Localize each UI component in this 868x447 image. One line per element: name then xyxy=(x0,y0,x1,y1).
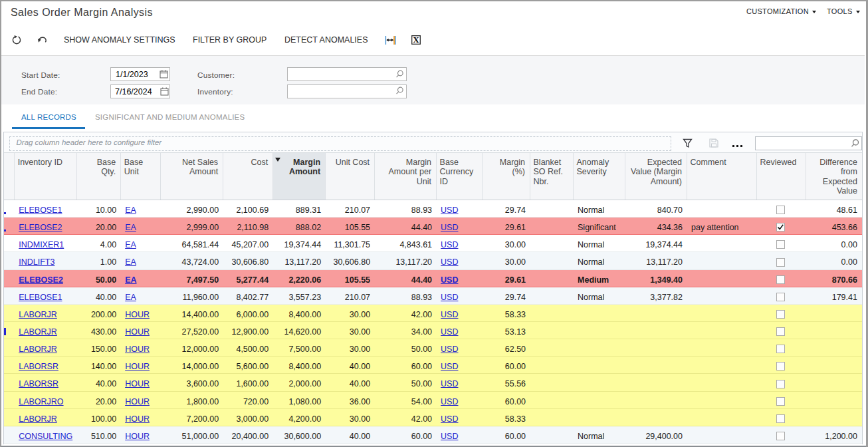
svg-text:X: X xyxy=(413,35,419,45)
